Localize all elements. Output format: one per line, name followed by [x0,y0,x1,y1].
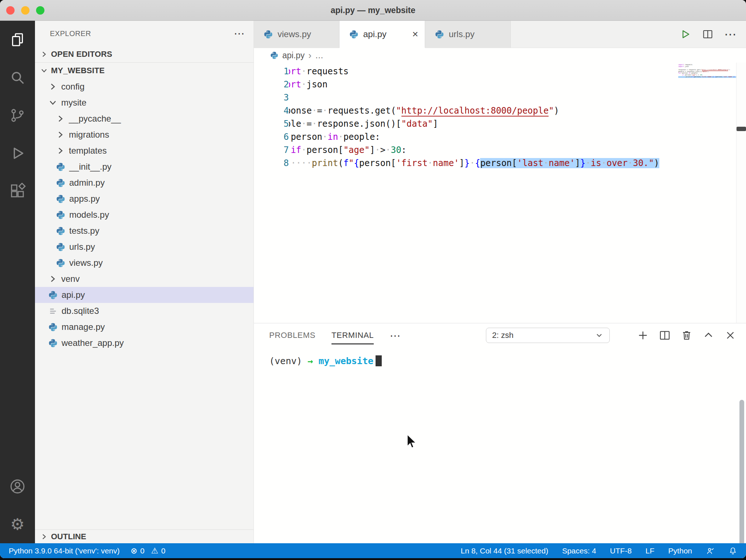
zoom-window-button[interactable] [36,6,44,15]
python-interpreter-status[interactable]: Python 3.9.0 64-bit ('venv': venv) [9,547,120,555]
editor-tab-urls.py[interactable]: urls.py [425,21,511,48]
problems-status[interactable]: ⊗ 0 ⚠ 0 [131,546,166,556]
code-pane[interactable]: import·requestsimport·jsonresponse·=·req… [289,63,746,323]
tree-item-db.sqlite3[interactable]: db.sqlite3 [35,303,254,319]
minimap-line: print(f"{person['first name']} {person['… [678,76,737,78]
error-icon: ⊗ [131,546,137,556]
bell-icon[interactable] [729,547,737,555]
explorer-more-actions-icon[interactable]: ⋯ [234,30,245,37]
code-line[interactable]: import·json [301,78,746,91]
code-line[interactable] [301,91,746,104]
tree-item-api.py[interactable]: api.py [35,287,254,303]
split-editor-icon[interactable] [702,28,714,40]
status-python[interactable]: Python [668,547,692,555]
feedback-icon[interactable] [706,547,715,555]
maximize-panel-icon[interactable] [702,329,715,342]
status-utf-8[interactable]: UTF-8 [610,547,632,555]
editor-tab-views.py[interactable]: views.py [254,21,339,48]
code-line[interactable]: ········print(f"{person['first·name']}·{… [301,157,746,170]
minimize-window-button[interactable] [21,6,30,15]
tree-item-models.py[interactable]: models.py [35,207,254,223]
tree-item-mysite[interactable]: mysite [35,95,254,111]
python-file-icon [56,242,66,252]
breadcrumb-file[interactable]: api.py [282,51,305,60]
tree-item-weather_app.py[interactable]: weather_app.py [35,335,254,351]
tree-item-label: __init__.py [69,162,111,172]
code-line[interactable]: ····if·person["age"]·>·30: [301,143,746,157]
tree-item-venv[interactable]: venv [35,271,254,287]
more-actions-icon[interactable]: ⋯ [724,28,737,40]
tree-item-urls.py[interactable]: urls.py [35,239,254,255]
terminal-prompt-segment: (venv) [269,356,307,366]
outline-section[interactable]: OUTLINE [35,529,254,543]
close-panel-icon[interactable] [724,329,737,342]
activity-run-debug-icon[interactable] [0,134,35,172]
tab-problems[interactable]: PROBLEMS [269,323,315,347]
chevron-down-icon [48,98,58,107]
status-ln-8-col-44-31-selected-[interactable]: Ln 8, Col 44 (31 selected) [461,547,548,555]
tree-item-label: urls.py [69,242,95,252]
close-window-button[interactable] [6,6,15,15]
tree-item-tests.py[interactable]: tests.py [35,223,254,239]
python-file-icon [56,258,66,268]
python-file-icon [56,194,66,204]
line-number: 7 [254,143,289,157]
tree-item-manage.py[interactable]: manage.py [35,319,254,335]
panel-more-actions-icon[interactable]: ⋯ [390,329,401,342]
activity-extensions-icon[interactable] [0,172,35,210]
activity-source-control-icon[interactable] [0,96,35,134]
terminal[interactable]: (venv) → my_website [254,347,746,543]
tree-item-__init__.py[interactable]: __init__.py [35,159,254,175]
activity-settings-icon[interactable]: ⚙ [0,505,35,543]
close-tab-icon[interactable]: × [412,29,418,39]
tree-item-label: views.py [69,258,103,268]
window-title: api.py — my_website [331,5,416,15]
editor-scrollbar-handle[interactable] [737,127,746,131]
editor-scrollbar-track[interactable] [736,63,746,323]
chevron-right-icon [40,50,48,58]
run-icon[interactable] [679,28,691,40]
kill-terminal-icon[interactable] [680,329,693,342]
line-number: 8 [254,157,289,170]
tree-item-__pycache__[interactable]: __pycache__ [35,111,254,127]
tree-item-templates[interactable]: templates [35,143,254,159]
split-terminal-icon[interactable] [659,329,671,342]
breadcrumb-ellipsis[interactable]: … [315,51,323,60]
file-icon [48,306,58,316]
python-file-icon [48,290,58,300]
tree-item-label: db.sqlite3 [62,306,99,316]
activity-account-icon[interactable] [0,468,35,505]
code-editor[interactable]: 12345678 import·requestsimport·jsonrespo… [254,63,746,323]
tree-item-migrations[interactable]: migrations [35,127,254,143]
status-bar: Python 3.9.0 64-bit ('venv': venv) ⊗ 0 ⚠… [0,543,746,558]
workspace-root-label: MY_WEBSITE [51,66,105,75]
minimap[interactable]: import requestsimport jsonresponse = req… [678,63,737,78]
tree-item-views.py[interactable]: views.py [35,255,254,271]
outline-label: OUTLINE [51,532,86,541]
terminal-shell-select[interactable]: 2: zsh [486,328,610,343]
code-line[interactable]: for·person·in·people: [301,130,746,143]
tab-terminal[interactable]: TERMINAL [331,323,374,347]
python-file-icon [48,322,58,332]
status-spaces-4[interactable]: Spaces: 4 [562,547,596,555]
panel-header: PROBLEMS TERMINAL ⋯ 2: zsh [254,323,746,347]
breadcrumb[interactable]: api.py › … [254,48,746,63]
status-lf[interactable]: LF [645,547,655,555]
editor-tab-api.py[interactable]: api.py× [339,21,425,48]
code-line[interactable]: response·=·requests.get("http://localhos… [301,104,746,117]
tree-item-admin.py[interactable]: admin.py [35,175,254,191]
code-line[interactable]: people·=·response.json()["data"] [301,117,746,130]
new-terminal-icon[interactable] [637,329,649,342]
tree-item-config[interactable]: config [35,79,254,95]
activity-explorer-icon[interactable] [0,21,35,59]
activity-search-icon[interactable] [0,59,35,96]
terminal-shell-value: 2: zsh [492,331,595,340]
chevron-right-icon [56,146,65,155]
terminal-scrollbar[interactable] [739,400,744,558]
tree-item-label: admin.py [69,178,105,188]
tab-label: api.py [363,29,386,39]
workspace-root-row[interactable]: MY_WEBSITE [35,63,254,79]
open-editors-section[interactable]: OPEN EDITORS [35,46,254,62]
line-number: 1 [254,65,289,78]
tree-item-apps.py[interactable]: apps.py [35,191,254,207]
